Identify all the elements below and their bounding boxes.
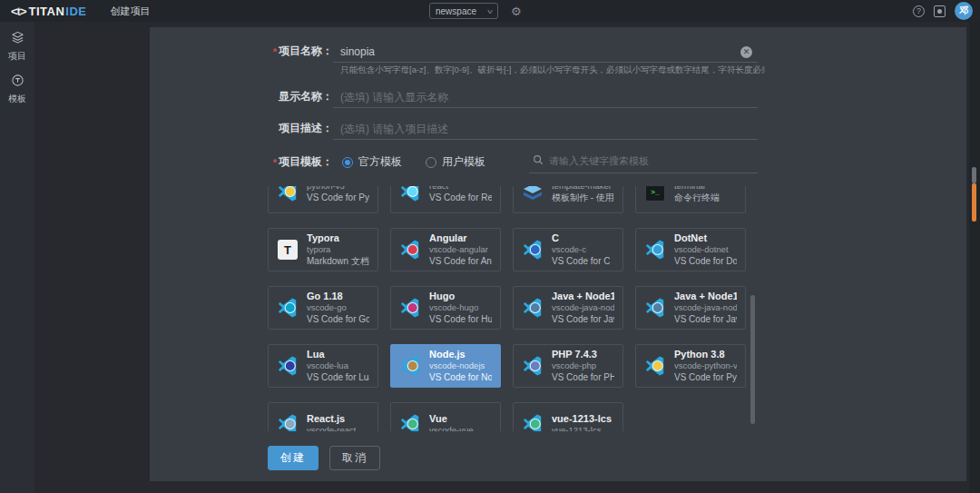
logo-bracket-icon: <t> — [11, 5, 26, 18]
template-card-subtitle: vscode-nodejs — [429, 360, 492, 371]
template-search-input[interactable] — [549, 155, 754, 166]
workspace-gear-icon[interactable]: ⚙ — [511, 5, 522, 17]
template-card-subtitle: vscode-dotnet — [674, 244, 737, 255]
template-card[interactable]: C vscode-c VS Code for C — [513, 228, 623, 271]
template-grid-scrollbar[interactable] — [750, 295, 755, 424]
template-card-subtitle: vscode-react — [307, 425, 356, 432]
project-template-label: *项目模板： — [268, 154, 333, 173]
template-card-title: PHP 7.4.3 — [552, 349, 614, 360]
vscode-icon — [277, 413, 299, 431]
page-scrollbar[interactable] — [969, 22, 980, 493]
template-card-description: VS Code for React.js — [429, 192, 492, 203]
template-card[interactable]: T Typora typora Markdown 文档编写... — [268, 228, 378, 271]
page-scrollbar-marker — [972, 183, 976, 222]
template-card-title: Node.js — [429, 349, 492, 360]
vscode-icon — [644, 355, 666, 377]
template-card[interactable]: Go 1.18 vscode-go VS Code for Go 1.18 — [268, 286, 378, 330]
template-card-title: Angular — [429, 232, 492, 244]
templates-circle-icon — [11, 74, 24, 91]
display-name-input[interactable] — [340, 91, 752, 104]
template-card-title: React.js — [307, 413, 356, 425]
template-card[interactable]: >_ terminal 命令行终端 — [635, 186, 746, 213]
project-name-label: *项目名称： — [268, 44, 333, 63]
template-card-title: vue-1213-lcs — [552, 413, 612, 425]
template-grid: python-v3 VS Code for Python react VS Co… — [268, 186, 758, 431]
radio-selected-icon[interactable] — [342, 157, 353, 168]
template-card[interactable]: react VS Code for React.js — [390, 186, 501, 213]
create-button[interactable]: 创建 — [268, 446, 318, 470]
display-name-label: 显示名称： — [268, 89, 333, 108]
vscode-icon — [399, 355, 421, 377]
radio-option-label: 用户模板 — [442, 154, 485, 170]
chevron-down-icon: v — [487, 7, 493, 15]
project-desc-label: 项目描述： — [268, 121, 333, 140]
workspace-select-value: newspace — [436, 6, 476, 16]
template-card-description: Markdown 文档编写... — [307, 255, 369, 267]
template-card-title: Java + Node10 — [552, 291, 614, 302]
template-search-box — [529, 153, 758, 173]
main-area: *项目名称： ✕ 只能包含小写字母[a-z]、数字[0-9]、破折号[-]，必须… — [34, 22, 980, 493]
template-card-subtitle: vscode-python-v3 — [674, 360, 737, 371]
template-card[interactable]: Vue vscode-vue — [390, 402, 501, 431]
user-avatar[interactable]: 邓 — [955, 2, 973, 20]
template-grid-viewport: python-v3 VS Code for Python react VS Co… — [268, 186, 758, 431]
template-card-subtitle: vscode-php — [552, 360, 614, 371]
page-scrollbar-thumb[interactable] — [972, 167, 976, 183]
project-desc-input[interactable] — [340, 123, 752, 135]
topbar: <t> TITANIDE 创建项目 newspace v ⚙ ? 邓 — [0, 0, 980, 22]
settings-box-icon[interactable] — [934, 5, 946, 17]
vscode-icon — [522, 413, 544, 431]
template-card[interactable]: Python 3.8 vscode-python-v3 VS Code for … — [635, 344, 746, 388]
template-card-description: VS Code for Lua — [307, 371, 369, 383]
template-card[interactable]: python-v3 VS Code for Python — [268, 186, 378, 213]
template-card-subtitle: vscode-java-node16 — [674, 302, 737, 313]
vscode-icon — [644, 297, 666, 319]
radio-option-label: 官方模板 — [358, 154, 402, 170]
vscode-icon — [644, 239, 666, 261]
sidebar-item-projects[interactable]: 项目 — [8, 31, 26, 63]
template-source-option[interactable]: 用户模板 — [426, 154, 485, 170]
template-card[interactable]: Node.js vscode-nodejs VS Code for Node.j… — [390, 344, 501, 388]
template-card-title: C — [552, 232, 610, 244]
clear-input-icon[interactable]: ✕ — [740, 46, 752, 58]
project-name-help: 只能包含小写字母[a-z]、数字[0-9]、破折号[-]，必须以小写字母开头，必… — [340, 64, 765, 76]
template-card[interactable]: template-maker 模板制作 - 使用 Tem... — [513, 186, 623, 213]
project-name-input[interactable] — [340, 45, 740, 58]
template-card-title: Lua — [307, 349, 369, 360]
template-card-description: VS Code for DotNet — [674, 255, 737, 267]
template-card-subtitle: vscode-c — [552, 244, 610, 255]
template-card[interactable]: Lua vscode-lua VS Code for Lua — [268, 344, 378, 388]
create-project-panel: *项目名称： ✕ 只能包含小写字母[a-z]、数字[0-9]、破折号[-]，必须… — [150, 27, 966, 481]
vscode-icon — [522, 239, 544, 261]
template-card-description: VS Code for Go 1.18 — [307, 313, 369, 325]
radio-icon[interactable] — [426, 157, 436, 168]
template-card[interactable]: PHP 7.4.3 vscode-php VS Code for PHP — [513, 344, 623, 388]
cancel-button[interactable]: 取消 — [329, 446, 380, 470]
template-card[interactable]: vue-1213-lcs vue-1213-lcs — [513, 402, 623, 431]
template-card-title: Vue — [429, 413, 474, 425]
template-card-description: VS Code for C — [552, 255, 610, 267]
help-icon[interactable]: ? — [913, 5, 925, 17]
projects-layers-icon — [11, 31, 24, 48]
template-card-description: VS Code for Hugo — [429, 313, 492, 325]
template-card[interactable]: React.js vscode-react — [268, 402, 378, 431]
template-card-title: Hugo — [429, 291, 492, 302]
template-card-description: VS Code for Python — [674, 371, 737, 383]
template-card[interactable]: Hugo vscode-hugo VS Code for Hugo — [390, 286, 501, 330]
workspace-select[interactable]: newspace v — [429, 3, 498, 19]
brand-name: TITAN — [29, 5, 65, 18]
template-card[interactable]: DotNet vscode-dotnet VS Code for DotNet — [635, 228, 746, 271]
template-card-title: Go 1.18 — [307, 291, 369, 302]
sidebar-item-templates[interactable]: 模板 — [8, 74, 26, 105]
template-card[interactable]: Java + Node16 vscode-java-node16 VS Code… — [635, 286, 746, 330]
search-icon — [533, 153, 544, 169]
template-card-title: Typora — [307, 232, 369, 244]
template-card[interactable]: Java + Node10 vscode-java-node10 VS Code… — [513, 286, 623, 330]
template-card-title: Python 3.8 — [674, 349, 737, 360]
template-source-option[interactable]: 官方模板 — [342, 154, 402, 170]
template-card[interactable]: Angular vscode-angular VS Code for Angul… — [390, 228, 501, 271]
app-logo[interactable]: <t> TITANIDE — [11, 5, 87, 18]
template-card-description: VS Code for PHP — [552, 371, 614, 383]
template-card-description: VS Code for Java + ... — [674, 313, 737, 325]
required-asterisk: * — [273, 157, 277, 168]
